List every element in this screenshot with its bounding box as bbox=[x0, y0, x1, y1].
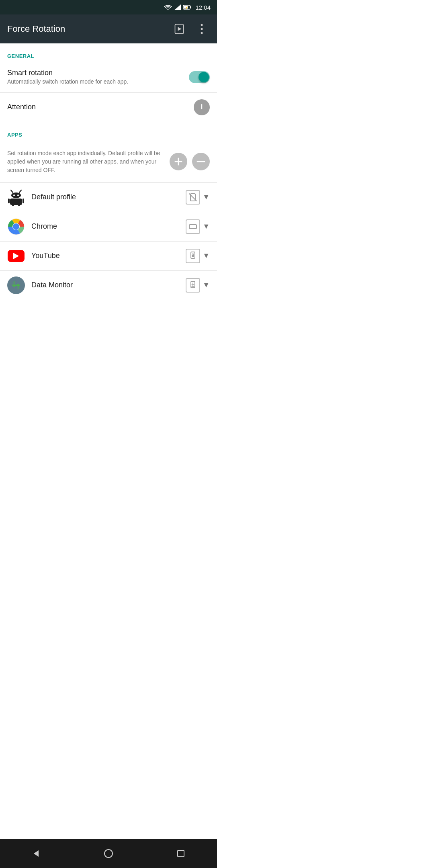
svg-point-0 bbox=[168, 9, 169, 10]
data-monitor-app-icon bbox=[7, 276, 25, 294]
signal-icon bbox=[174, 4, 181, 10]
youtube-icon bbox=[8, 250, 25, 262]
youtube-name: YouTube bbox=[31, 252, 179, 260]
info-icon[interactable]: i bbox=[194, 99, 210, 115]
status-icons: ⚡ 12:04 bbox=[164, 4, 211, 11]
smart-rotation-text: Smart rotation Automatically switch rota… bbox=[7, 69, 182, 86]
svg-line-14 bbox=[11, 190, 13, 192]
svg-point-18 bbox=[17, 194, 19, 196]
chrome-rotation[interactable]: ▼ bbox=[186, 219, 210, 234]
attention-title: Attention bbox=[7, 103, 187, 111]
svg-point-29 bbox=[13, 223, 19, 230]
svg-rect-22 bbox=[12, 205, 14, 206]
chrome-icon bbox=[7, 218, 25, 235]
app-row-data-monitor[interactable]: Data Monitor ▼ bbox=[0, 271, 217, 300]
app-row-chrome[interactable]: Chrome ▼ bbox=[0, 212, 217, 242]
app-row-default-profile[interactable]: Default profile ▼ bbox=[0, 183, 217, 212]
toggle-switch[interactable] bbox=[189, 71, 210, 83]
play-store-button[interactable] bbox=[171, 21, 187, 37]
chrome-dropdown-arrow[interactable]: ▼ bbox=[203, 222, 210, 231]
svg-marker-1 bbox=[174, 4, 181, 10]
more-options-icon bbox=[201, 23, 203, 35]
data-monitor-icon bbox=[7, 276, 25, 294]
svg-rect-20 bbox=[8, 199, 10, 203]
remove-app-button[interactable] bbox=[192, 153, 210, 170]
attention-row[interactable]: Attention i bbox=[0, 93, 217, 122]
youtube-dropdown-arrow[interactable]: ▼ bbox=[203, 252, 210, 260]
apps-section-header: APPS bbox=[0, 122, 217, 141]
smart-rotation-subtitle: Automatically switch rotation mode for e… bbox=[7, 78, 182, 86]
landscape-icon bbox=[186, 219, 200, 234]
youtube-rotation[interactable]: ▼ bbox=[186, 249, 210, 263]
svg-point-9 bbox=[201, 28, 203, 30]
default-profile-rotation[interactable]: ▼ bbox=[186, 190, 210, 205]
svg-rect-23 bbox=[18, 205, 20, 206]
app-row-youtube[interactable]: YouTube ▼ bbox=[0, 242, 217, 271]
info-letter: i bbox=[201, 103, 203, 111]
battery-icon: ⚡ bbox=[183, 5, 191, 10]
youtube-play-triangle bbox=[13, 253, 19, 259]
data-monitor-dropdown-arrow[interactable]: ▼ bbox=[203, 281, 210, 289]
svg-marker-7 bbox=[178, 27, 182, 31]
status-time: 12:04 bbox=[195, 4, 211, 11]
svg-point-17 bbox=[13, 194, 15, 196]
svg-rect-19 bbox=[10, 199, 22, 205]
svg-line-15 bbox=[19, 190, 21, 192]
general-section-header: GENERAL bbox=[0, 43, 217, 62]
svg-rect-32 bbox=[192, 255, 194, 257]
app-bar-title: Force Rotation bbox=[7, 24, 165, 34]
smart-rotation-toggle[interactable] bbox=[189, 71, 210, 83]
data-monitor-arrows-icon bbox=[10, 279, 22, 291]
svg-text:⚡: ⚡ bbox=[185, 6, 188, 10]
svg-point-8 bbox=[201, 24, 203, 26]
svg-rect-30 bbox=[189, 225, 197, 229]
add-icon bbox=[174, 157, 183, 166]
default-profile-name: Default profile bbox=[31, 193, 179, 201]
no-rotation-icon bbox=[186, 190, 200, 205]
svg-rect-16 bbox=[11, 192, 21, 198]
attention-text: Attention bbox=[7, 103, 187, 111]
data-monitor-name: Data Monitor bbox=[31, 281, 179, 289]
apps-action-buttons bbox=[170, 153, 210, 170]
attention-info-action[interactable]: i bbox=[194, 99, 210, 115]
app-bar: Force Rotation bbox=[0, 14, 217, 43]
android-robot-icon bbox=[8, 188, 24, 206]
play-store-icon bbox=[174, 23, 185, 35]
chrome-app-icon bbox=[7, 218, 25, 235]
smart-rotation-row[interactable]: Smart rotation Automatically switch rota… bbox=[0, 62, 217, 93]
more-options-button[interactable] bbox=[194, 21, 210, 37]
apps-description-text: Set rotation mode each app individually.… bbox=[7, 149, 163, 174]
wifi-icon bbox=[164, 4, 172, 10]
portrait-lock-icon bbox=[186, 249, 200, 263]
svg-rect-21 bbox=[23, 199, 24, 203]
svg-point-10 bbox=[201, 32, 203, 34]
smart-rotation-title: Smart rotation bbox=[7, 69, 182, 77]
default-profile-dropdown-arrow[interactable]: ▼ bbox=[203, 193, 210, 201]
data-monitor-rotation[interactable]: ▼ bbox=[186, 278, 210, 293]
apps-description-row: Set rotation mode each app individually.… bbox=[0, 141, 217, 183]
youtube-app-icon bbox=[7, 247, 25, 265]
auto-rotation-icon bbox=[186, 278, 200, 293]
remove-icon bbox=[197, 160, 205, 163]
status-bar: ⚡ 12:04 bbox=[0, 0, 217, 14]
add-app-button[interactable] bbox=[170, 153, 187, 170]
svg-rect-3 bbox=[190, 6, 191, 8]
chrome-name: Chrome bbox=[31, 222, 179, 231]
content: GENERAL Smart rotation Automatically swi… bbox=[0, 43, 217, 332]
default-profile-icon bbox=[7, 188, 25, 206]
